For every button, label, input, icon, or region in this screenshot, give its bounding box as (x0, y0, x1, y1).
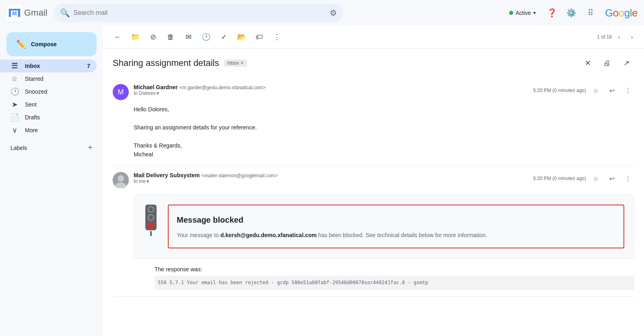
response-label: The response was: (155, 265, 634, 274)
inbox-tag-remove-button[interactable]: × (241, 60, 244, 66)
blocked-text: Your message to d.kersh@gedu.demo.xfanat… (177, 231, 615, 240)
message-1-more-button[interactable]: ⋮ (621, 84, 634, 97)
search-bar[interactable]: 🔍 ⚙ (54, 4, 343, 22)
close-thread-button[interactable]: ✕ (580, 55, 596, 71)
message-1-sender-row: Michael Gardner <m.garder@gedu.demo.xfan… (134, 84, 528, 90)
more-icon: ∨ (10, 126, 19, 135)
blocked-message-container: Message blocked Your message to d.kersh@… (134, 195, 634, 258)
snoozed-label: Snoozed (25, 88, 90, 95)
app-container: M Gmail 🔍 ⚙ Active ▾ ❓ ⚙️ ⠿ Google (0, 0, 644, 336)
prev-email-button[interactable]: ‹ (613, 31, 625, 43)
sidebar-item-starred[interactable]: ☆ Starred (0, 72, 97, 85)
snoozed-icon: 🕐 (10, 87, 19, 96)
blocked-message-box: Message blocked Your message to d.kersh@… (168, 205, 624, 248)
message-1: M Michael Gardner <m.garder@gedu.demo.xf… (113, 78, 634, 166)
traffic-light-pole (150, 231, 152, 236)
message-2-time: 5:20 PM (0 minutes ago) (533, 176, 586, 181)
add-label-button[interactable]: + (88, 143, 93, 152)
message-1-time: 5:20 PM (0 minutes ago) (533, 88, 586, 93)
body: ✏️ Compose ☰ Inbox 7 ☆ Starred 🕐 Snoozed… (0, 26, 644, 336)
labels-section: Labels + (0, 137, 103, 156)
label-button[interactable]: 🏷 (251, 29, 267, 45)
help-button[interactable]: ❓ (544, 5, 560, 21)
response-code: 550 5.7.1 Your email has been rejected -… (155, 276, 634, 290)
email-toolbar: ← 📁 ⊘ 🗑 ✉ 🕐 ✓ 📂 🏷 ⋮ 1 of 18 ‹ › (103, 26, 644, 49)
active-status-label: Active (516, 10, 531, 16)
main-content: ← 📁 ⊘ 🗑 ✉ 🕐 ✓ 📂 🏷 ⋮ 1 of 18 ‹ › (103, 26, 644, 336)
header: M Gmail 🔍 ⚙ Active ▾ ❓ ⚙️ ⠿ Google (0, 0, 644, 26)
message-1-actions: 5:20 PM (0 minutes ago) ☆ ↩ ⋮ (533, 84, 634, 97)
message-2-reply-button[interactable]: ↩ (605, 172, 618, 185)
mark-unread-button[interactable]: ✉ (180, 29, 196, 45)
chevron-down-icon: ▾ (533, 10, 536, 16)
sidebar-item-snoozed[interactable]: 🕐 Snoozed (0, 85, 97, 98)
inbox-icon: ☰ (10, 61, 19, 70)
message-1-to[interactable]: to Dolores ▾ (134, 90, 528, 96)
message-1-greeting: Hello Dolores, (134, 105, 634, 114)
drafts-icon: 📄 (10, 113, 19, 122)
message-2-meta: Mail Delivery Subsystem <mailer-daemon@g… (134, 172, 528, 184)
snooze-button[interactable]: 🕐 (198, 29, 214, 45)
archive-button[interactable]: 📁 (127, 29, 143, 45)
inbox-label: Inbox (25, 63, 80, 69)
message-2-to[interactable]: to me ▾ (134, 178, 528, 184)
labels-heading: Labels (10, 145, 27, 151)
message-1-avatar: M (113, 84, 129, 100)
sidebar-item-sent[interactable]: ➤ Sent (0, 98, 97, 111)
pagination: 1 of 18 ‹ › (597, 31, 638, 43)
active-dot (509, 11, 513, 15)
message-1-reply-button[interactable]: ↩ (605, 84, 618, 97)
move-to-button[interactable]: 📂 (233, 29, 250, 45)
add-task-button[interactable]: ✓ (216, 29, 232, 45)
sidebar-item-drafts[interactable]: 📄 Drafts (0, 111, 97, 124)
traffic-light-mid (148, 214, 154, 221)
next-email-button[interactable]: › (626, 31, 638, 43)
sidebar-item-inbox[interactable]: ☰ Inbox 7 (0, 59, 97, 72)
blocked-text-before: Your message to (177, 232, 220, 238)
chevron-down-icon: ▾ (157, 90, 159, 96)
print-thread-button[interactable]: 🖨 (599, 55, 615, 71)
traffic-light-top (148, 206, 154, 213)
open-new-window-button[interactable]: ↗ (618, 55, 634, 71)
message-1-thanks: Thanks & Regards, (134, 141, 634, 150)
message-2-header: Mail Delivery Subsystem <mailer-daemon@g… (113, 172, 634, 188)
message-2-sender-email: <mailer-daemon@googlemail.com> (201, 173, 278, 178)
search-icon: 🔍 (60, 8, 70, 18)
message-1-signature: Micheal (134, 150, 634, 159)
more-options-button[interactable]: ⋮ (269, 29, 285, 45)
message-1-body: Hello Dolores, Sharing an assignment det… (113, 105, 634, 159)
settings-button[interactable]: ⚙️ (563, 5, 579, 21)
blocked-email-address: d.kersh@gedu.demo.xfanatical.com (220, 232, 316, 238)
inbox-tag-label: Inbox (227, 60, 239, 66)
compose-icon: ✏️ (16, 39, 26, 49)
svg-point-4 (118, 175, 124, 182)
compose-button[interactable]: ✏️ Compose (6, 32, 97, 56)
traffic-light-icon (144, 205, 158, 236)
sidebar-item-more[interactable]: ∨ More (0, 124, 97, 137)
starred-label: Starred (25, 76, 90, 82)
message-2-sender-row: Mail Delivery Subsystem <mailer-daemon@g… (134, 172, 528, 178)
inbox-tag: Inbox × (224, 59, 246, 67)
gmail-logo: M Gmail (6, 5, 47, 21)
message-2: Mail Delivery Subsystem <mailer-daemon@g… (113, 166, 634, 297)
search-tune-icon[interactable]: ⚙ (330, 8, 337, 18)
svg-text:M: M (12, 10, 17, 16)
message-2-more-button[interactable]: ⋮ (621, 172, 634, 185)
search-input[interactable] (73, 9, 326, 16)
active-status-button[interactable]: Active ▾ (504, 7, 541, 18)
message-2-star-button[interactable]: ☆ (589, 172, 602, 185)
drafts-label: Drafts (25, 114, 90, 121)
back-button[interactable]: ← (109, 29, 126, 45)
inbox-badge: 7 (87, 63, 90, 69)
message-1-star-button[interactable]: ☆ (589, 84, 602, 97)
sent-label: Sent (25, 101, 90, 108)
report-spam-button[interactable]: ⊘ (145, 29, 161, 45)
apps-button[interactable]: ⠿ (582, 5, 599, 21)
message-2-body: Message blocked Your message to d.kersh@… (113, 195, 634, 290)
pagination-text: 1 of 18 (597, 34, 612, 40)
delete-button[interactable]: 🗑 (163, 29, 179, 45)
compose-label: Compose (31, 41, 57, 47)
message-2-actions: 5:20 PM (0 minutes ago) ☆ ↩ ⋮ (533, 172, 634, 185)
message-2-to-label: to me (134, 178, 146, 184)
gmail-text: Gmail (24, 8, 47, 18)
